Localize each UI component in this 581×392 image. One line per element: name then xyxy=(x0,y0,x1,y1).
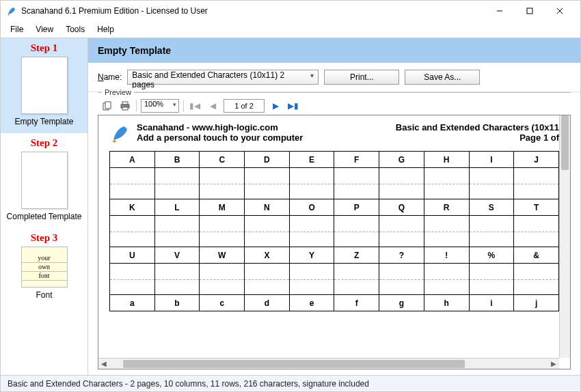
thumb-font-line: font xyxy=(22,272,67,281)
svg-rect-5 xyxy=(105,102,111,109)
content: Empty Template Name: Basic and Extended … xyxy=(88,38,580,375)
table-row xyxy=(110,168,559,199)
sidebar: Step 1 Empty Template Step 2 xyxy=(1,38,88,375)
page-brand: Scanahand - www.high-logic.com xyxy=(137,122,390,132)
table-row: UVWXYZ?!%& xyxy=(110,247,559,264)
toolbar-sep xyxy=(136,100,137,112)
main-area: Step 1 Empty Template Step 2 xyxy=(1,38,580,375)
preview-section: Preview 100% ▮◀ ◀ ▶ ▶▮ xyxy=(98,92,571,369)
preview-toolbar: 100% ▮◀ ◀ ▶ ▶▮ xyxy=(98,97,571,115)
page-logo-icon xyxy=(109,122,131,144)
zoom-select[interactable]: 100% xyxy=(141,99,179,113)
print-button[interactable]: Print... xyxy=(324,70,399,85)
step-label: Step 1 xyxy=(3,42,85,54)
thumb-font-line: own xyxy=(22,263,67,272)
page-canvas: Scanahand - www.high-logic.com Add a per… xyxy=(98,115,570,369)
char-grid: ABCDEFGHIJ KLMNOPQRST UVWXYZ?!%& abcdefg… xyxy=(109,151,559,311)
app-icon xyxy=(6,5,17,16)
page-header: Scanahand - www.high-logic.com Add a per… xyxy=(109,122,559,144)
saveas-button[interactable]: Save As... xyxy=(405,70,480,85)
close-button[interactable] xyxy=(545,1,575,20)
window-title: Scanahand 6.1 Premium Edition - Licensed… xyxy=(21,6,485,16)
status-text: Basic and Extended Characters - 2 pages,… xyxy=(8,379,369,389)
sidebar-caption: Font xyxy=(3,290,85,300)
svg-rect-6 xyxy=(122,102,128,104)
page-title-right: Basic and Extended Characters (10x11 xyxy=(396,122,559,132)
menu-view[interactable]: View xyxy=(30,23,59,36)
minimize-button[interactable] xyxy=(485,1,515,20)
scroll-right-icon[interactable]: ▶ xyxy=(548,360,559,367)
name-label: Name: xyxy=(98,72,122,82)
table-row xyxy=(110,216,559,247)
menubar: File View Tools Help xyxy=(1,21,580,38)
page-input[interactable] xyxy=(224,99,265,113)
content-header: Empty Template xyxy=(88,38,580,63)
preview-viewport: Scanahand - www.high-logic.com Add a per… xyxy=(98,115,571,369)
statusbar: Basic and Extended Characters - 2 pages,… xyxy=(1,375,580,391)
svg-rect-8 xyxy=(122,107,128,110)
maximize-button[interactable] xyxy=(515,1,545,20)
sidebar-caption: Completed Template xyxy=(3,212,85,221)
titlebar: Scanahand 6.1 Premium Edition - Licensed… xyxy=(1,1,580,21)
template-dropdown[interactable]: Basic and Extended Characters (10x11) 2 … xyxy=(127,70,319,85)
first-page-icon[interactable]: ▮◀ xyxy=(188,99,202,113)
last-page-icon[interactable]: ▶▮ xyxy=(286,99,300,113)
step-label: Step 2 xyxy=(3,137,85,149)
thumb-empty-template xyxy=(21,57,68,114)
table-row: ABCDEFGHIJ xyxy=(110,152,559,168)
window-controls xyxy=(485,1,575,20)
page-tagline: Add a personal touch to your computer xyxy=(137,132,390,143)
sidebar-item-step3[interactable]: Step 3 your own font Font xyxy=(1,228,87,307)
menu-tools[interactable]: Tools xyxy=(60,23,90,36)
sidebar-item-step2[interactable]: Step 2 Completed Template xyxy=(1,133,87,228)
thumb-font: your own font xyxy=(21,247,68,288)
thumb-completed-template xyxy=(21,152,68,209)
table-row: abcdefghij xyxy=(110,295,559,311)
copy-icon[interactable] xyxy=(100,99,114,113)
menu-help[interactable]: Help xyxy=(92,23,120,36)
menu-file[interactable]: File xyxy=(5,23,29,36)
name-row: Name: Basic and Extended Characters (10x… xyxy=(88,63,580,92)
horizontal-scrollbar[interactable]: ◀ ▶ xyxy=(98,358,559,369)
sidebar-item-step1[interactable]: Step 1 Empty Template xyxy=(1,38,87,133)
next-page-icon[interactable]: ▶ xyxy=(269,99,282,113)
print-icon[interactable] xyxy=(118,99,132,113)
toolbar-sep xyxy=(183,100,184,112)
scroll-left-icon[interactable]: ◀ xyxy=(98,360,109,367)
prev-page-icon[interactable]: ◀ xyxy=(206,99,219,113)
svg-rect-1 xyxy=(527,8,532,14)
thumb-font-line: your xyxy=(22,254,67,263)
sidebar-caption: Empty Template xyxy=(3,117,85,126)
table-row: KLMNOPQRST xyxy=(110,199,559,216)
step-label: Step 3 xyxy=(3,232,85,244)
preview-legend: Preview xyxy=(102,88,134,96)
vertical-scrollbar[interactable] xyxy=(559,115,570,358)
table-row xyxy=(110,264,559,295)
page-page-right: Page 1 of xyxy=(396,132,559,143)
